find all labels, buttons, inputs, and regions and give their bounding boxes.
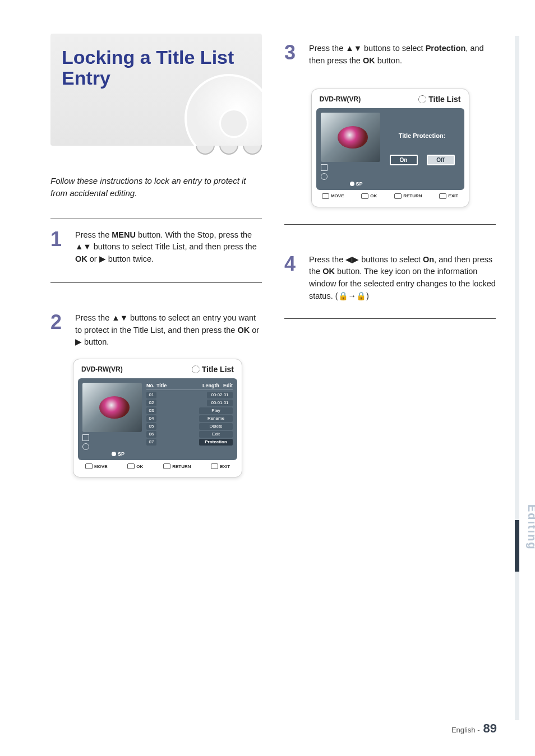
step-number: 1	[50, 229, 68, 266]
step-number: 2	[50, 312, 68, 349]
return-key-icon	[394, 193, 402, 199]
osd-disc-mode: DVD-RW(VR)	[81, 365, 123, 373]
step-number: 3	[284, 43, 302, 67]
osd-sp-label: SP	[350, 181, 363, 187]
disc-icon	[418, 95, 426, 103]
step-1: 1 Press the MENU button. With the Stop, …	[50, 219, 262, 266]
osd-thumbnail	[321, 113, 380, 162]
lock-icon: 🔒	[356, 291, 366, 300]
move-key-icon	[85, 463, 93, 469]
table-row: 03Play	[146, 407, 233, 415]
section-tab: Editing	[525, 504, 535, 550]
step-text: Press the ◀▶ buttons to select On, and t…	[309, 254, 496, 303]
lock-icon: 🔒	[338, 291, 348, 300]
page-side-rule-marker	[515, 520, 519, 572]
protection-off-button[interactable]: Off	[427, 155, 455, 165]
disc-icon	[192, 365, 200, 373]
osd-thumbnail	[82, 383, 142, 432]
osd-list-rows: 0100:02:01 0200:01:01 03Play 04Rename 05…	[146, 391, 233, 446]
step-4: 4 Press the ◀▶ buttons to select On, and…	[284, 244, 496, 303]
table-row: 0100:02:01	[146, 391, 233, 399]
step-text: Press the MENU button. With the Stop, pr…	[75, 229, 262, 266]
osd-thumb-meta	[82, 434, 142, 441]
protection-label: Title Protection:	[399, 132, 446, 139]
step-2: 2 Press the ▲▼ buttons to select an entr…	[50, 302, 262, 349]
square-icon	[82, 434, 89, 441]
square-icon	[321, 164, 328, 171]
title-banner: Locking a Title List Entry	[50, 34, 262, 146]
table-row: 0200:01:01	[146, 399, 233, 407]
clock-icon	[82, 443, 89, 450]
disc-dot-icon	[112, 452, 116, 456]
step-text: Press the ▲▼ buttons to select Protectio…	[309, 43, 496, 67]
step-3: 3 Press the ▲▼ buttons to select Protect…	[284, 43, 496, 67]
osd-section-label: Title List	[192, 365, 234, 374]
return-key-icon	[163, 463, 170, 469]
clock-icon	[321, 173, 328, 180]
osd-footer: MOVE OK RETURN EXIT	[316, 190, 464, 202]
page-side-rule	[515, 36, 519, 720]
osd-protection: DVD-RW(VR) Title List	[311, 89, 469, 207]
exit-key-icon	[211, 463, 218, 469]
table-row: 05Delete	[146, 423, 233, 430]
table-row: 06Edit	[146, 430, 233, 438]
osd-footer: MOVE OK RETURN EXIT	[78, 460, 237, 472]
ok-key-icon	[361, 193, 368, 199]
osd-list-header: No. Title Length Edit	[146, 383, 233, 390]
osd-disc-mode: DVD-RW(VR)	[320, 95, 361, 103]
table-row: 07Protection	[146, 438, 233, 446]
page-number: 89	[483, 721, 497, 736]
disc-dot-icon	[350, 182, 354, 186]
protection-on-button[interactable]: On	[390, 155, 418, 165]
exit-key-icon	[439, 193, 446, 199]
step-text: Press the ▲▼ buttons to select an entry …	[75, 312, 262, 349]
osd-section-label: Title List	[418, 95, 460, 104]
page-title: Locking a Title List Entry	[62, 47, 251, 89]
table-row: 04Rename	[146, 415, 233, 423]
footer-note: English -	[451, 726, 480, 734]
osd-sp-label: SP	[112, 451, 124, 457]
intro-paragraph: Follow these instructions to lock an ent…	[50, 175, 262, 200]
step-number: 4	[284, 254, 302, 303]
move-key-icon	[322, 193, 329, 199]
osd-title-list: DVD-RW(VR) Title List	[73, 359, 242, 477]
ok-key-icon	[127, 463, 135, 469]
